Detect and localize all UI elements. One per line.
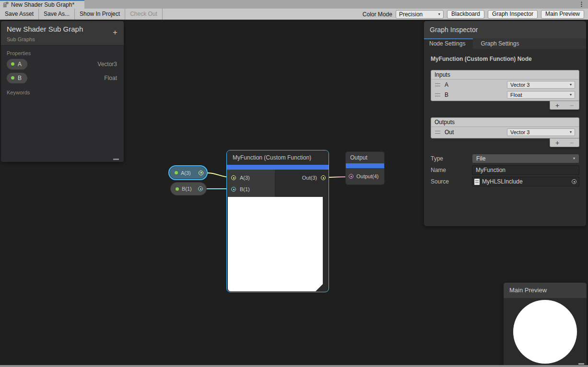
blackboard-header[interactable]: New Shader Sub Graph Sub Graphs + <box>1 21 124 46</box>
blackboard-resize-handle[interactable] <box>113 159 119 160</box>
drag-handle-icon[interactable] <box>435 93 440 96</box>
port-input-b[interactable] <box>231 187 236 192</box>
output-port-label: Output(4) <box>356 173 378 179</box>
main-preview-panel: Main Preview <box>504 283 587 367</box>
port-propA-output[interactable] <box>199 171 203 175</box>
hlsl-file-icon <box>474 179 480 185</box>
node-input-column: A(3) B(1) <box>227 170 275 197</box>
main-preview-toggle-button[interactable]: Main Preview <box>541 10 584 19</box>
function-name-field[interactable] <box>472 165 579 175</box>
preview-sphere <box>513 300 577 364</box>
chevron-down-icon: ▾ <box>573 157 575 161</box>
output-type-dropdown[interactable]: Vector 3 ▾ <box>507 128 575 136</box>
property-pill-b[interactable]: B <box>7 73 27 83</box>
tab-graph-settings[interactable]: Graph Settings <box>473 38 527 49</box>
add-property-button[interactable]: + <box>113 28 118 36</box>
output-type-selected: Vector 3 <box>510 129 529 135</box>
source-label: Source <box>431 178 472 185</box>
show-in-project-button[interactable]: Show In Project <box>75 9 125 20</box>
input-name: B <box>445 92 507 98</box>
output-node[interactable]: Output Output(4) <box>345 151 385 185</box>
node-port-area: A(3) B(1) Out(3) <box>227 170 329 197</box>
exposed-dot-icon <box>175 171 178 174</box>
main-preview-title[interactable]: Main Preview <box>504 283 587 298</box>
input-port-label: A(3) <box>240 175 250 181</box>
input-name: A <box>445 81 507 88</box>
source-field-row: Source MyHLSLInclude <box>431 177 579 186</box>
add-input-button[interactable]: + <box>555 102 559 109</box>
node-title[interactable]: MyFunction (Custom Function) <box>227 150 329 165</box>
inspector-body: MyFunction (Custom Function) Node Inputs… <box>424 56 586 186</box>
exposed-dot-icon <box>176 187 179 191</box>
save-as-button[interactable]: Save As... <box>39 9 75 20</box>
graph-canvas[interactable]: New Shader Sub Graph Sub Graphs + Proper… <box>0 20 588 367</box>
exposed-dot-icon <box>11 76 14 80</box>
outputs-list: Outputs Out Vector 3 ▾ <box>431 117 579 138</box>
precision-color-bar <box>346 163 384 168</box>
tab-node-settings[interactable]: Node Settings <box>424 38 473 49</box>
property-type: Vector3 <box>97 61 117 68</box>
inputs-row-a[interactable]: A Vector 3 ▾ <box>431 80 579 90</box>
window-bottom-edge <box>0 365 588 367</box>
property-type: Float <box>104 75 117 81</box>
color-mode-label: Color Mode <box>363 11 392 18</box>
node-settings-heading: MyFunction (Custom Function) Node <box>431 56 579 62</box>
type-dropdown[interactable]: File ▾ <box>472 154 579 163</box>
input-type-dropdown[interactable]: Float ▾ <box>507 91 575 99</box>
input-port-label: B(1) <box>240 186 250 192</box>
subgraph-asset-icon <box>3 2 9 8</box>
source-object-name: MyHLSLInclude <box>482 178 569 185</box>
outputs-row-out[interactable]: Out Vector 3 ▾ <box>431 127 579 137</box>
node-preview <box>228 197 323 291</box>
document-tab[interactable]: New Shader Sub Graph* <box>0 0 84 9</box>
port-propB-output[interactable] <box>198 186 203 191</box>
port-final-output[interactable] <box>349 174 353 179</box>
add-output-button[interactable]: + <box>555 139 559 146</box>
preview-collapse-handle[interactable] <box>316 284 323 291</box>
remove-output-button[interactable]: − <box>570 139 574 146</box>
port-out[interactable] <box>321 175 326 180</box>
property-row-a[interactable]: A Vector3 <box>1 57 124 71</box>
drag-handle-icon[interactable] <box>435 131 440 134</box>
node-title[interactable]: Output <box>346 152 384 163</box>
port-input-a[interactable] <box>231 175 236 180</box>
property-row-b[interactable]: B Float <box>1 71 124 85</box>
object-picker-button[interactable] <box>569 177 579 186</box>
property-node-a[interactable]: A(3) <box>168 165 208 180</box>
source-object-field[interactable]: MyHLSLInclude <box>472 177 579 186</box>
inspector-title[interactable]: Graph Inspector <box>424 21 586 38</box>
name-field-row: Name <box>431 165 579 175</box>
custom-function-node[interactable]: MyFunction (Custom Function) A(3) B(1) O… <box>226 150 329 292</box>
input-type-dropdown[interactable]: Vector 3 ▾ <box>507 81 575 89</box>
type-selected: File <box>476 155 485 162</box>
property-name: B <box>18 75 22 81</box>
outputs-list-header: Outputs <box>431 118 579 127</box>
main-preview-resize-handle[interactable] <box>578 363 584 365</box>
input-type-selected: Vector 3 <box>510 82 529 88</box>
graph-inspector-toggle-button[interactable]: Graph Inspector <box>488 10 538 19</box>
document-tab-title: New Shader Sub Graph* <box>11 1 74 8</box>
property-node-b[interactable]: B(1) <box>170 182 207 195</box>
blackboard-subtitle: Sub Graphs <box>7 36 118 42</box>
keywords-section-label: Keywords <box>7 90 124 95</box>
drag-handle-icon[interactable] <box>435 83 440 86</box>
blackboard-title: New Shader Sub Graph <box>7 25 118 33</box>
exposed-dot-icon <box>11 62 14 66</box>
color-mode-selected: Precision <box>399 11 423 18</box>
output-name: Out <box>445 129 507 136</box>
properties-section-label: Properties <box>7 50 124 56</box>
node-output-column: Out(3) <box>275 170 329 197</box>
window-menu-icon[interactable]: ⋮ <box>578 0 585 8</box>
name-label: Name <box>431 167 472 173</box>
chevron-down-icon: ▾ <box>438 12 440 16</box>
inputs-list: Inputs A Vector 3 ▾ B Float <box>431 70 579 101</box>
remove-input-button[interactable]: − <box>570 102 574 109</box>
color-mode-dropdown[interactable]: Precision ▾ <box>396 10 444 19</box>
toolbar: Save Asset Save As... Show In Project Ch… <box>0 9 588 20</box>
type-label: Type <box>431 155 472 162</box>
blackboard-toggle-button[interactable]: Blackboard <box>447 10 484 19</box>
save-asset-button[interactable]: Save Asset <box>0 9 39 20</box>
property-pill-a[interactable]: A <box>7 59 27 69</box>
inputs-row-b[interactable]: B Float ▾ <box>431 90 579 100</box>
outputs-footer-buttons: + − <box>550 138 579 147</box>
